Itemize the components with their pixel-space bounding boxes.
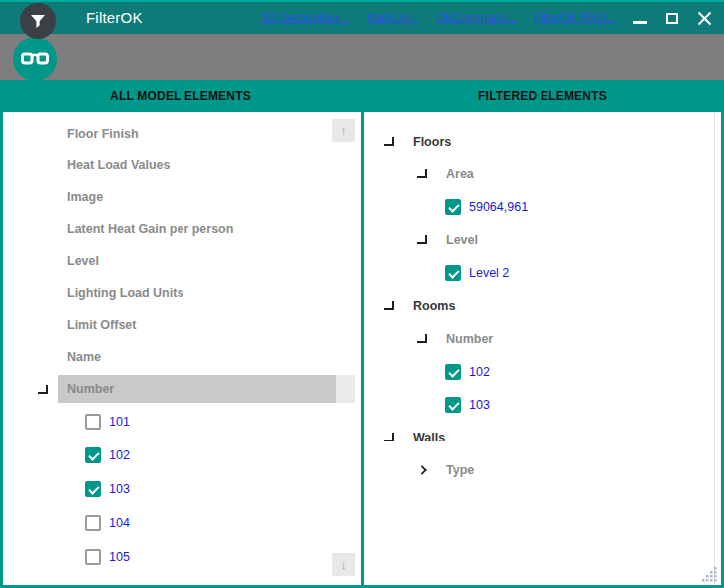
selection-highlight-track	[336, 375, 355, 403]
list-item-limit-offset[interactable]: Limit Offset	[3, 309, 361, 341]
list-item-lighting-load-units[interactable]: Lighting Load Units	[3, 277, 361, 309]
checkbox[interactable]	[445, 364, 461, 380]
link-okcommand[interactable]: OkCommand...	[436, 11, 517, 25]
checkbox-label: 104	[109, 516, 130, 530]
list-item-level[interactable]: Level	[3, 245, 361, 277]
right-panel-header: FILTERED ELEMENTS	[361, 80, 724, 112]
list-item-label: Heat Load Values	[67, 158, 171, 172]
link-3d-sectionbox[interactable]: 3D SectionBox...	[261, 11, 350, 25]
checkbox[interactable]	[85, 447, 101, 463]
tree-item-floors[interactable]: Floors	[364, 125, 721, 157]
checkbox-item-105[interactable]: 105	[3, 540, 361, 574]
list-item-label: Lighting Load Units	[67, 286, 183, 300]
titlebar: FilterOK 3D SectionBox... MarkUp... OkCo…	[0, 0, 724, 34]
collapse-expanded-icon[interactable]	[417, 235, 427, 244]
tree-value-level-2[interactable]: Level 2	[364, 256, 721, 289]
glasses-icon	[20, 50, 50, 68]
list-item-label: Floor Finish	[67, 127, 139, 141]
left-panel-header: ALL MODEL ELEMENTS	[0, 80, 361, 112]
tree-item-rooms[interactable]: Rooms	[364, 289, 721, 322]
checkbox-label: Level 2	[469, 266, 509, 280]
main-area: Floor Finish Heat Load Values Image Late…	[0, 112, 724, 588]
maximize-button[interactable]	[656, 2, 688, 34]
tree-item-label: Area	[446, 167, 474, 181]
tree-item-label: Walls	[413, 431, 445, 444]
resize-grip[interactable]	[700, 565, 718, 583]
tree-value-103[interactable]: 103	[364, 388, 721, 421]
scrollbar-track-line	[714, 112, 715, 585]
checkbox-item-104[interactable]: 104	[3, 506, 361, 540]
scroll-down-button[interactable]: ↓	[332, 553, 355, 576]
checkbox-label: 103	[469, 398, 490, 412]
checkbox-label: 103	[109, 482, 130, 496]
checkbox[interactable]	[85, 481, 101, 497]
collapse-expanded-icon[interactable]	[384, 301, 394, 310]
list-item-name[interactable]: Name	[3, 341, 361, 373]
tree-item-label: Floors	[413, 135, 451, 148]
close-icon	[697, 11, 712, 26]
minimize-icon	[633, 21, 647, 24]
app-funnel-icon	[20, 3, 56, 39]
checkbox-label: 101	[109, 415, 130, 429]
tree-item-area[interactable]: Area	[364, 157, 721, 190]
collapse-expanded-icon[interactable]	[38, 385, 48, 394]
checkbox-item-103[interactable]: 103	[3, 472, 361, 506]
list-item-label: Level	[67, 254, 99, 268]
tree-item-label: Type	[446, 463, 474, 477]
list-item-label: Latent Heat Gain per person	[67, 222, 233, 236]
titlebar-links: 3D SectionBox... MarkUp... OkCommand... …	[261, 11, 616, 25]
scroll-up-button[interactable]: ↑	[332, 119, 355, 142]
list-item-heat-load-values[interactable]: Heat Load Values	[3, 149, 361, 181]
column-headers: ALL MODEL ELEMENTS FILTERED ELEMENTS	[0, 80, 724, 112]
checkbox-label: 102	[109, 448, 130, 462]
expand-collapsed-icon[interactable]	[417, 465, 427, 475]
checkbox-item-102[interactable]: 102	[3, 439, 361, 472]
checkbox[interactable]	[85, 414, 101, 430]
tree-item-level[interactable]: Level	[364, 223, 721, 256]
tree-item-number[interactable]: Number	[364, 322, 721, 355]
checkbox[interactable]	[445, 265, 461, 281]
link-filterok-pro[interactable]: FilterOK PRO...	[534, 11, 616, 25]
list-item-label: Image	[67, 190, 103, 204]
tree-value-59064-961[interactable]: 59064,961	[364, 190, 721, 223]
arrow-down-icon: ↓	[340, 557, 347, 572]
tree-item-label: Rooms	[413, 299, 455, 313]
checkbox-label: 105	[109, 550, 130, 564]
tree-item-label: Level	[446, 233, 478, 247]
checkbox[interactable]	[85, 515, 101, 531]
list-item-image[interactable]: Image	[3, 181, 361, 213]
tree-item-label: Number	[446, 332, 493, 346]
close-button[interactable]	[688, 2, 720, 34]
toolbar	[0, 34, 724, 80]
all-model-elements-panel: Floor Finish Heat Load Values Image Late…	[3, 112, 361, 585]
checkbox[interactable]	[445, 199, 461, 215]
window-title: FilterOK	[86, 9, 143, 26]
window-controls	[624, 2, 720, 34]
minimize-button[interactable]	[624, 2, 656, 34]
collapse-expanded-icon[interactable]	[417, 334, 427, 343]
collapse-expanded-icon[interactable]	[384, 433, 394, 441]
arrow-up-icon: ↑	[340, 123, 347, 138]
list-item-label: Number	[67, 382, 114, 396]
checkbox[interactable]	[445, 397, 461, 413]
collapse-expanded-icon[interactable]	[417, 169, 427, 178]
list-item-latent-heat-gain[interactable]: Latent Heat Gain per person	[3, 213, 361, 245]
checkbox-item-101[interactable]: 101	[3, 405, 361, 439]
tree-item-walls[interactable]: Walls	[364, 421, 721, 453]
collapse-expanded-icon[interactable]	[384, 137, 394, 146]
link-markup[interactable]: MarkUp...	[367, 11, 419, 25]
tree-item-type[interactable]: Type	[364, 453, 721, 486]
list-item-label: Name	[67, 350, 101, 364]
filtered-elements-panel: Floors Area 59064,961 Level Level 2 Room…	[364, 112, 721, 585]
checkbox-label: 102	[469, 365, 490, 379]
list-item-number[interactable]: Number	[3, 373, 361, 405]
checkbox-label: 59064,961	[469, 200, 528, 214]
list-item-floor-finish[interactable]: Floor Finish	[3, 118, 361, 149]
tree-value-102[interactable]: 102	[364, 355, 721, 388]
list-item-label: Limit Offset	[67, 318, 136, 332]
checkbox[interactable]	[85, 549, 101, 565]
glasses-button[interactable]	[13, 37, 57, 81]
maximize-icon	[666, 13, 678, 24]
